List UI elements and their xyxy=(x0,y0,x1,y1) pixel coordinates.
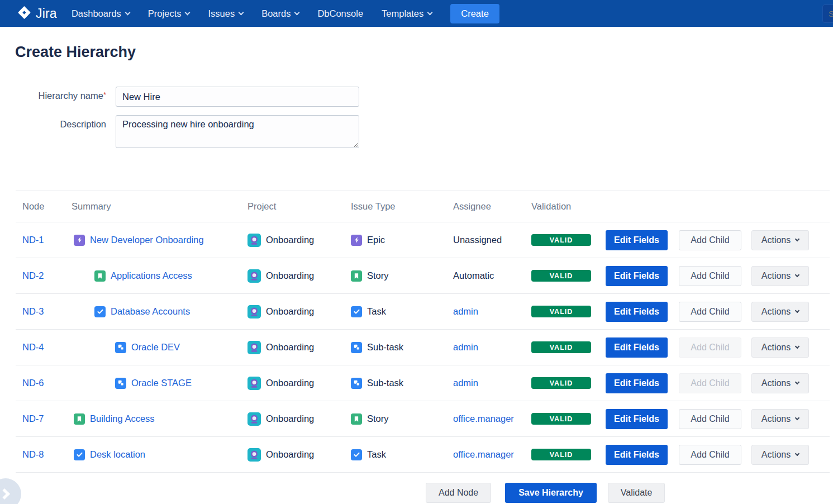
table-row: ND-1 New Developer Onboarding Onboarding… xyxy=(16,222,830,258)
expand-sidebar-button[interactable] xyxy=(0,478,21,504)
description-textarea[interactable]: Processing new hire onboarding xyxy=(116,115,359,148)
validate-button[interactable]: Validate xyxy=(608,483,665,503)
task-icon xyxy=(94,306,106,317)
assignee-cell: admin xyxy=(453,306,531,317)
node-cell: ND-3 xyxy=(22,306,72,317)
project-name: Onboarding xyxy=(266,306,314,317)
actions-dropdown-button[interactable]: Actions xyxy=(751,337,809,358)
chevron-down-icon xyxy=(795,308,799,313)
validation-badge: VALID xyxy=(531,341,591,353)
add-child-button[interactable]: Add Child xyxy=(679,266,741,286)
summary-cell: Database Accounts xyxy=(72,306,247,317)
edit-fields-button[interactable]: Edit Fields xyxy=(606,409,668,429)
edit-fields-button[interactable]: Edit Fields xyxy=(606,445,668,465)
footer-toolbar: Add Node Save Hierarchy Validate xyxy=(0,483,833,503)
project-name: Onboarding xyxy=(266,342,314,353)
header-project: Project xyxy=(247,201,351,212)
add-child-button[interactable]: Add Child xyxy=(679,230,741,250)
table-header-row: Node Summary Project Issue Type Assignee… xyxy=(16,191,830,222)
node-link[interactable]: ND-7 xyxy=(22,413,44,424)
actions-dropdown-button[interactable]: Actions xyxy=(751,445,809,465)
summary-link[interactable]: Database Accounts xyxy=(111,306,190,317)
assignee-cell: Unassigned xyxy=(453,235,531,245)
nav-item-dbconsole[interactable]: DbConsole xyxy=(317,8,363,19)
assignee-cell: office.manager xyxy=(453,413,531,424)
nav-item-label: DbConsole xyxy=(317,8,363,19)
chevron-down-icon xyxy=(795,237,799,241)
assignee-cell: office.manager xyxy=(453,449,531,460)
header-node: Node xyxy=(22,201,72,212)
project-cell: Onboarding xyxy=(247,305,351,318)
project-name: Onboarding xyxy=(266,449,314,460)
hierarchy-name-input[interactable] xyxy=(116,87,359,107)
nav-item-dashboards[interactable]: Dashboards xyxy=(72,8,130,19)
epic-icon xyxy=(74,235,85,246)
summary-link[interactable]: Applications Access xyxy=(111,270,192,281)
assignee-text: Unassigned xyxy=(453,235,502,245)
assignee-link[interactable]: office.manager xyxy=(453,413,514,424)
project-cell: Onboarding xyxy=(247,269,351,283)
issue-type-cell: Epic xyxy=(351,235,453,246)
summary-link[interactable]: Oracle DEV xyxy=(131,342,180,353)
actions-dropdown-button[interactable]: Actions xyxy=(751,409,809,429)
node-link[interactable]: ND-3 xyxy=(22,306,44,316)
add-child-button[interactable]: Add Child xyxy=(679,302,741,322)
jira-logo[interactable]: Jira xyxy=(17,6,57,21)
summary-cell: New Developer Onboarding xyxy=(72,235,247,246)
table-row: ND-3 Database Accounts Onboarding Task a… xyxy=(16,294,830,330)
edit-fields-button[interactable]: Edit Fields xyxy=(606,373,668,393)
header-issue-type: Issue Type xyxy=(351,201,453,212)
actions-dropdown-button[interactable]: Actions xyxy=(751,302,809,322)
summary-link[interactable]: Building Access xyxy=(90,413,155,424)
nav-item-templates[interactable]: Templates xyxy=(382,8,432,19)
issue-type-name: Task xyxy=(367,306,386,317)
project-avatar-icon xyxy=(247,234,261,247)
chevron-down-icon xyxy=(294,9,300,15)
nav-item-label: Dashboards xyxy=(72,8,121,19)
project-avatar-icon xyxy=(247,412,261,426)
nav-item-issues[interactable]: Issues xyxy=(208,8,243,19)
story-icon xyxy=(74,413,85,425)
subtask-icon xyxy=(115,342,126,353)
node-link[interactable]: ND-8 xyxy=(22,449,44,459)
chevron-down-icon xyxy=(795,451,799,456)
assignee-link[interactable]: office.manager xyxy=(453,449,514,459)
issue-type-name: Story xyxy=(367,270,389,281)
edit-fields-button[interactable]: Edit Fields xyxy=(606,230,668,250)
node-link[interactable]: ND-2 xyxy=(22,270,44,280)
assignee-text: Automatic xyxy=(453,270,494,280)
edit-fields-button[interactable]: Edit Fields xyxy=(606,337,668,358)
top-navbar: Jira DashboardsProjectsIssuesBoardsDbCon… xyxy=(0,0,833,27)
node-link[interactable]: ND-4 xyxy=(22,342,44,352)
edit-fields-button[interactable]: Edit Fields xyxy=(606,266,668,286)
validation-cell: VALID xyxy=(531,270,606,282)
assignee-link[interactable]: admin xyxy=(453,306,478,316)
validation-badge: VALID xyxy=(531,377,591,389)
actions-dropdown-button[interactable]: Actions xyxy=(751,230,809,250)
node-link[interactable]: ND-6 xyxy=(22,378,44,388)
chevron-down-icon xyxy=(795,344,799,349)
create-button[interactable]: Create xyxy=(450,4,499,23)
nav-item-projects[interactable]: Projects xyxy=(148,8,190,19)
actions-dropdown-button[interactable]: Actions xyxy=(751,266,809,286)
save-hierarchy-button[interactable]: Save Hierarchy xyxy=(505,483,597,503)
summary-link[interactable]: New Developer Onboarding xyxy=(90,235,204,245)
actions-dropdown-button[interactable]: Actions xyxy=(751,373,809,393)
search-input[interactable] xyxy=(822,4,833,23)
add-node-button[interactable]: Add Node xyxy=(426,483,491,503)
nav-item-boards[interactable]: Boards xyxy=(261,8,299,19)
assignee-link[interactable]: admin xyxy=(453,342,478,352)
add-child-button[interactable]: Add Child xyxy=(679,445,741,465)
edit-fields-button[interactable]: Edit Fields xyxy=(606,302,668,322)
validation-badge: VALID xyxy=(531,270,591,282)
node-link[interactable]: ND-1 xyxy=(22,235,44,245)
validation-cell: VALID xyxy=(531,377,606,389)
summary-link[interactable]: Oracle STAGE xyxy=(131,378,192,388)
summary-link[interactable]: Desk location xyxy=(90,449,145,460)
issue-type-cell: Sub-task xyxy=(351,378,453,389)
nav-item-label: Issues xyxy=(208,8,235,19)
add-child-button[interactable]: Add Child xyxy=(679,409,741,429)
subtask-icon xyxy=(351,378,362,389)
assignee-cell: Automatic xyxy=(453,270,531,281)
assignee-link[interactable]: admin xyxy=(453,378,478,388)
